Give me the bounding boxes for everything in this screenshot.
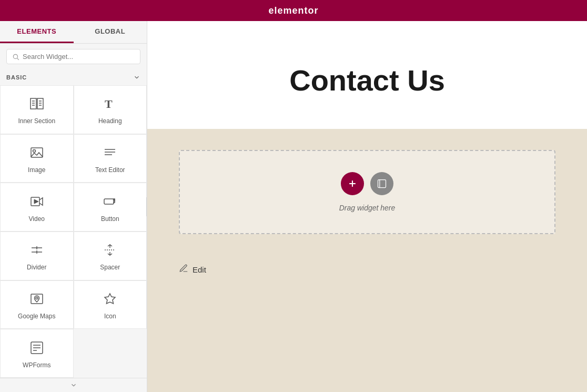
widget-spacer[interactable]: Spacer bbox=[74, 232, 147, 280]
video-icon bbox=[29, 194, 44, 211]
icon-widget-icon bbox=[103, 292, 117, 308]
widget-icon-label: Icon bbox=[104, 313, 116, 320]
widget-spacer-label: Spacer bbox=[100, 264, 120, 271]
tab-global[interactable]: GLOBAL bbox=[74, 21, 147, 43]
chevron-down-icon bbox=[133, 74, 140, 81]
google-maps-icon bbox=[29, 292, 44, 308]
image-icon bbox=[29, 145, 44, 162]
widget-button-label: Button bbox=[101, 215, 119, 223]
inner-section-icon bbox=[29, 96, 44, 113]
page-header: Contact Us bbox=[147, 21, 587, 129]
svg-marker-38 bbox=[105, 294, 115, 304]
elementor-logo: elementor bbox=[268, 5, 318, 16]
widget-inner-section-label: Inner Section bbox=[18, 117, 55, 125]
sidebar-tabs: ELEMENTS GLOBAL bbox=[0, 21, 147, 44]
wpforms-icon bbox=[29, 340, 44, 357]
search-input[interactable] bbox=[23, 53, 135, 61]
sidebar: ELEMENTS GLOBAL BASIC bbox=[0, 21, 147, 392]
edit-label[interactable]: Edit bbox=[193, 265, 206, 274]
widget-google-maps[interactable]: Google Maps bbox=[0, 280, 74, 329]
drop-zone-label: Drag widget here bbox=[339, 204, 396, 212]
widget-text-editor-label: Text Editor bbox=[95, 166, 125, 174]
spacer-icon bbox=[103, 243, 117, 259]
drop-zone[interactable]: Drag widget here bbox=[179, 150, 555, 234]
widget-image-label: Image bbox=[28, 166, 45, 174]
search-icon bbox=[12, 53, 19, 61]
widget-divider[interactable]: Divider bbox=[0, 232, 74, 280]
settings-button[interactable] bbox=[370, 172, 393, 195]
widget-google-maps-label: Google Maps bbox=[18, 313, 55, 320]
drop-zone-actions bbox=[341, 172, 393, 195]
header: elementor bbox=[0, 0, 587, 21]
page-title: Contact Us bbox=[189, 53, 545, 108]
tab-elements[interactable]: ELEMENTS bbox=[0, 21, 74, 43]
widget-image[interactable]: Image bbox=[0, 134, 74, 183]
divider-icon bbox=[29, 243, 44, 259]
text-editor-icon bbox=[103, 145, 117, 162]
search-container bbox=[0, 44, 147, 69]
widgets-grid: Inner Section T Heading bbox=[0, 85, 147, 378]
svg-marker-24 bbox=[34, 199, 38, 204]
widget-icon[interactable]: Icon bbox=[74, 280, 147, 329]
widget-wpforms-label: WPForms bbox=[23, 361, 50, 369]
widget-divider-label: Divider bbox=[27, 264, 46, 271]
widget-heading[interactable]: T Heading bbox=[74, 85, 147, 134]
widget-video[interactable]: Video bbox=[0, 183, 74, 232]
svg-rect-18 bbox=[31, 148, 43, 157]
add-widget-button[interactable] bbox=[341, 172, 364, 195]
drop-zone-container: Drag widget here bbox=[147, 129, 587, 255]
svg-point-7 bbox=[13, 54, 17, 58]
edit-bar: Edit bbox=[147, 255, 587, 284]
plus-icon bbox=[347, 178, 358, 189]
svg-text:T: T bbox=[105, 97, 113, 110]
svg-rect-25 bbox=[104, 199, 114, 204]
content-area: Contact Us bbox=[147, 21, 587, 392]
chevron-down-scroll-icon bbox=[70, 381, 77, 389]
main-container: ELEMENTS GLOBAL BASIC bbox=[0, 21, 587, 392]
heading-icon: T bbox=[103, 96, 117, 113]
svg-rect-45 bbox=[378, 180, 386, 188]
svg-rect-10 bbox=[37, 98, 43, 109]
svg-point-37 bbox=[36, 297, 38, 299]
button-icon bbox=[103, 194, 117, 211]
widget-inner-section[interactable]: Inner Section bbox=[0, 85, 74, 134]
edit-icon bbox=[179, 264, 188, 275]
widget-wpforms[interactable]: WPForms bbox=[0, 329, 74, 378]
settings-icon bbox=[377, 178, 387, 189]
svg-point-19 bbox=[33, 149, 35, 152]
sidebar-scroll-down[interactable] bbox=[0, 378, 147, 392]
svg-line-8 bbox=[17, 58, 19, 59]
widget-text-editor[interactable]: Text Editor bbox=[74, 134, 147, 183]
search-wrapper bbox=[6, 49, 140, 64]
section-basic-label: BASIC bbox=[0, 69, 147, 85]
widget-heading-label: Heading bbox=[98, 117, 122, 125]
svg-rect-9 bbox=[31, 98, 36, 109]
widget-button[interactable]: Button bbox=[74, 183, 147, 232]
widget-video-label: Video bbox=[29, 215, 45, 223]
